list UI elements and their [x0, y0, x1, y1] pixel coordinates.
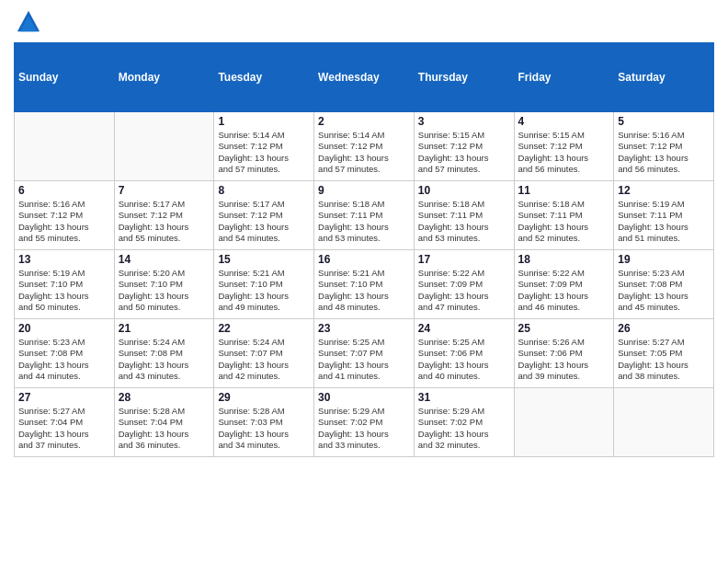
calendar-cell: 29Sunrise: 5:28 AM Sunset: 7:03 PM Dayli…	[214, 388, 314, 457]
logo-icon	[16, 9, 41, 35]
calendar-cell: 18Sunrise: 5:22 AM Sunset: 7:09 PM Dayli…	[514, 250, 614, 319]
day-info: Sunrise: 5:15 AM Sunset: 7:12 PM Dayligh…	[518, 130, 610, 175]
day-number: 13	[18, 253, 110, 266]
day-number: 22	[218, 322, 310, 335]
weekday-header-thursday: Thursday	[414, 43, 514, 112]
weekday-header-row: SundayMondayTuesdayWednesdayThursdayFrid…	[15, 43, 714, 112]
calendar-cell: 23Sunrise: 5:25 AM Sunset: 7:07 PM Dayli…	[314, 319, 415, 388]
calendar-cell: 10Sunrise: 5:18 AM Sunset: 7:11 PM Dayli…	[414, 181, 514, 250]
calendar-cell	[514, 388, 614, 457]
calendar-cell: 28Sunrise: 5:28 AM Sunset: 7:04 PM Dayli…	[114, 388, 214, 457]
day-number: 6	[18, 184, 110, 197]
day-info: Sunrise: 5:18 AM Sunset: 7:11 PM Dayligh…	[418, 199, 510, 244]
calendar-header: SundayMondayTuesdayWednesdayThursdayFrid…	[15, 43, 714, 112]
day-info: Sunrise: 5:23 AM Sunset: 7:08 PM Dayligh…	[18, 337, 110, 382]
day-number: 26	[618, 322, 710, 335]
calendar-cell: 9Sunrise: 5:18 AM Sunset: 7:11 PM Daylig…	[314, 181, 415, 250]
calendar-week-1: 1Sunrise: 5:14 AM Sunset: 7:12 PM Daylig…	[15, 112, 714, 181]
day-info: Sunrise: 5:28 AM Sunset: 7:03 PM Dayligh…	[218, 406, 310, 451]
page: SundayMondayTuesdayWednesdayThursdayFrid…	[0, 0, 728, 563]
day-info: Sunrise: 5:17 AM Sunset: 7:12 PM Dayligh…	[218, 199, 310, 244]
logo-area	[14, 9, 41, 35]
calendar-week-2: 6Sunrise: 5:16 AM Sunset: 7:12 PM Daylig…	[15, 181, 714, 250]
weekday-header-sunday: Sunday	[15, 43, 115, 112]
day-number: 16	[318, 253, 410, 266]
day-number: 15	[218, 253, 310, 266]
day-info: Sunrise: 5:25 AM Sunset: 7:06 PM Dayligh…	[418, 337, 510, 382]
day-info: Sunrise: 5:22 AM Sunset: 7:09 PM Dayligh…	[418, 268, 510, 313]
day-info: Sunrise: 5:22 AM Sunset: 7:09 PM Dayligh…	[518, 268, 610, 313]
day-number: 30	[318, 391, 410, 404]
day-info: Sunrise: 5:14 AM Sunset: 7:12 PM Dayligh…	[218, 130, 310, 175]
day-info: Sunrise: 5:18 AM Sunset: 7:11 PM Dayligh…	[318, 199, 410, 244]
calendar-body: 1Sunrise: 5:14 AM Sunset: 7:12 PM Daylig…	[15, 112, 714, 457]
day-info: Sunrise: 5:18 AM Sunset: 7:11 PM Dayligh…	[518, 199, 610, 244]
calendar-cell: 13Sunrise: 5:19 AM Sunset: 7:10 PM Dayli…	[15, 250, 115, 319]
weekday-header-tuesday: Tuesday	[214, 43, 314, 112]
day-info: Sunrise: 5:15 AM Sunset: 7:12 PM Dayligh…	[418, 130, 510, 175]
calendar-week-3: 13Sunrise: 5:19 AM Sunset: 7:10 PM Dayli…	[15, 250, 714, 319]
calendar-cell: 5Sunrise: 5:16 AM Sunset: 7:12 PM Daylig…	[614, 112, 714, 181]
day-number: 29	[218, 391, 310, 404]
day-number: 21	[119, 322, 210, 335]
day-number: 25	[518, 322, 610, 335]
calendar-cell: 22Sunrise: 5:24 AM Sunset: 7:07 PM Dayli…	[214, 319, 314, 388]
calendar-week-4: 20Sunrise: 5:23 AM Sunset: 7:08 PM Dayli…	[15, 319, 714, 388]
day-info: Sunrise: 5:19 AM Sunset: 7:11 PM Dayligh…	[618, 199, 710, 244]
day-number: 4	[518, 115, 610, 128]
day-number: 9	[318, 184, 410, 197]
day-info: Sunrise: 5:21 AM Sunset: 7:10 PM Dayligh…	[218, 268, 310, 313]
day-number: 28	[119, 391, 210, 404]
calendar-cell	[114, 112, 214, 181]
day-number: 18	[518, 253, 610, 266]
calendar-cell: 26Sunrise: 5:27 AM Sunset: 7:05 PM Dayli…	[614, 319, 714, 388]
day-number: 7	[119, 184, 210, 197]
calendar-cell: 30Sunrise: 5:29 AM Sunset: 7:02 PM Dayli…	[314, 388, 415, 457]
calendar-cell: 4Sunrise: 5:15 AM Sunset: 7:12 PM Daylig…	[514, 112, 614, 181]
calendar-cell: 15Sunrise: 5:21 AM Sunset: 7:10 PM Dayli…	[214, 250, 314, 319]
calendar-cell: 20Sunrise: 5:23 AM Sunset: 7:08 PM Dayli…	[15, 319, 115, 388]
calendar-cell: 14Sunrise: 5:20 AM Sunset: 7:10 PM Dayli…	[114, 250, 214, 319]
day-number: 8	[218, 184, 310, 197]
calendar-cell: 3Sunrise: 5:15 AM Sunset: 7:12 PM Daylig…	[414, 112, 514, 181]
day-number: 2	[318, 115, 410, 128]
day-number: 19	[618, 253, 710, 266]
weekday-header-wednesday: Wednesday	[314, 43, 415, 112]
day-number: 1	[218, 115, 310, 128]
calendar-cell: 6Sunrise: 5:16 AM Sunset: 7:12 PM Daylig…	[15, 181, 115, 250]
day-info: Sunrise: 5:19 AM Sunset: 7:10 PM Dayligh…	[18, 268, 110, 313]
day-number: 17	[418, 253, 510, 266]
calendar-cell	[15, 112, 115, 181]
day-info: Sunrise: 5:16 AM Sunset: 7:12 PM Dayligh…	[618, 130, 710, 175]
day-info: Sunrise: 5:28 AM Sunset: 7:04 PM Dayligh…	[119, 406, 210, 451]
calendar-cell: 2Sunrise: 5:14 AM Sunset: 7:12 PM Daylig…	[314, 112, 415, 181]
header	[14, 9, 714, 35]
day-number: 14	[119, 253, 210, 266]
calendar-cell: 12Sunrise: 5:19 AM Sunset: 7:11 PM Dayli…	[614, 181, 714, 250]
calendar-cell: 21Sunrise: 5:24 AM Sunset: 7:08 PM Dayli…	[114, 319, 214, 388]
day-info: Sunrise: 5:27 AM Sunset: 7:05 PM Dayligh…	[618, 337, 710, 382]
day-info: Sunrise: 5:17 AM Sunset: 7:12 PM Dayligh…	[119, 199, 210, 244]
calendar-cell: 8Sunrise: 5:17 AM Sunset: 7:12 PM Daylig…	[214, 181, 314, 250]
day-info: Sunrise: 5:27 AM Sunset: 7:04 PM Dayligh…	[18, 406, 110, 451]
weekday-header-saturday: Saturday	[614, 43, 714, 112]
day-number: 3	[418, 115, 510, 128]
calendar-cell: 24Sunrise: 5:25 AM Sunset: 7:06 PM Dayli…	[414, 319, 514, 388]
day-number: 11	[518, 184, 610, 197]
day-info: Sunrise: 5:20 AM Sunset: 7:10 PM Dayligh…	[119, 268, 210, 313]
calendar-cell: 17Sunrise: 5:22 AM Sunset: 7:09 PM Dayli…	[414, 250, 514, 319]
weekday-header-friday: Friday	[514, 43, 614, 112]
calendar-week-5: 27Sunrise: 5:27 AM Sunset: 7:04 PM Dayli…	[15, 388, 714, 457]
calendar-cell: 19Sunrise: 5:23 AM Sunset: 7:08 PM Dayli…	[614, 250, 714, 319]
day-info: Sunrise: 5:29 AM Sunset: 7:02 PM Dayligh…	[318, 406, 410, 451]
calendar-cell: 11Sunrise: 5:18 AM Sunset: 7:11 PM Dayli…	[514, 181, 614, 250]
calendar-cell	[614, 388, 714, 457]
day-info: Sunrise: 5:26 AM Sunset: 7:06 PM Dayligh…	[518, 337, 610, 382]
day-info: Sunrise: 5:21 AM Sunset: 7:10 PM Dayligh…	[318, 268, 410, 313]
day-number: 23	[318, 322, 410, 335]
day-number: 31	[418, 391, 510, 404]
day-info: Sunrise: 5:29 AM Sunset: 7:02 PM Dayligh…	[418, 406, 510, 451]
calendar-table: SundayMondayTuesdayWednesdayThursdayFrid…	[14, 42, 714, 457]
calendar-cell: 31Sunrise: 5:29 AM Sunset: 7:02 PM Dayli…	[414, 388, 514, 457]
day-number: 27	[18, 391, 110, 404]
